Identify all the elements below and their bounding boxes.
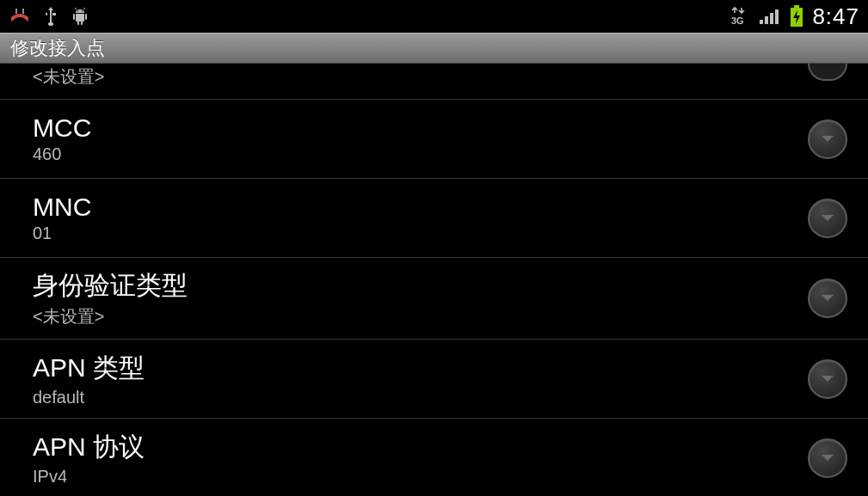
page-title: 修改接入点 [10, 35, 105, 61]
signal-icon [759, 7, 781, 26]
item-title: MNC [33, 193, 808, 222]
list-item-apn-type[interactable]: APN 类型 default [0, 340, 868, 419]
svg-rect-13 [765, 16, 768, 24]
svg-rect-9 [77, 21, 79, 25]
item-title: APN 协议 [33, 430, 808, 465]
item-title: MCC [33, 113, 808, 143]
item-text: APN 类型 default [33, 351, 808, 407]
item-title: 身份验证类型 [33, 268, 808, 303]
item-title: APN 类型 [33, 351, 808, 386]
svg-line-4 [75, 8, 77, 9]
battery-charging-icon [790, 5, 803, 28]
dropdown-icon[interactable] [808, 438, 847, 478]
svg-rect-12 [760, 20, 763, 24]
usb-icon [43, 5, 58, 28]
svg-rect-16 [794, 5, 799, 8]
dropdown-icon[interactable] [808, 199, 847, 238]
svg-text:3G: 3G [731, 15, 744, 26]
svg-point-2 [77, 10, 79, 12]
svg-rect-7 [73, 14, 75, 20]
svg-line-5 [83, 8, 85, 9]
status-right: 3G 8:47 [729, 3, 859, 30]
item-text: MNC 01 [33, 193, 808, 243]
svg-point-3 [82, 10, 83, 12]
dropdown-icon[interactable] [808, 359, 847, 399]
status-bar: 3G 8:47 [0, 0, 868, 33]
svg-rect-6 [76, 14, 84, 21]
svg-rect-15 [775, 9, 779, 24]
item-value: 01 [33, 224, 808, 243]
list-item-mnc[interactable]: MNC 01 [0, 179, 868, 258]
list-item-mcc[interactable]: MCC 460 [0, 100, 868, 179]
android-debug-icon [71, 7, 89, 26]
phone-hangup-icon [9, 7, 31, 26]
item-text: APN 协议 IPv4 [33, 430, 808, 487]
title-bar: 修改接入点 [0, 33, 868, 64]
list-item-auth-type[interactable]: 身份验证类型 <未设置> [0, 258, 868, 340]
item-text: MCC 460 [33, 113, 808, 164]
settings-list: <未设置> MCC 460 MNC 01 身份验证类型 <未设置> [0, 64, 868, 496]
list-item-apn-protocol[interactable]: APN 协议 IPv4 [0, 419, 868, 496]
network-3g-icon: 3G [729, 6, 750, 27]
dropdown-icon[interactable] [808, 279, 847, 318]
svg-rect-8 [85, 14, 87, 20]
item-value: <未设置> [33, 65, 808, 89]
status-clock: 8:47 [812, 3, 859, 30]
svg-rect-14 [770, 13, 773, 24]
svg-rect-10 [81, 21, 83, 25]
status-left [9, 5, 89, 28]
item-text: <未设置> [33, 64, 808, 89]
dropdown-icon[interactable] [808, 64, 847, 81]
item-value: default [33, 388, 808, 407]
item-value: IPv4 [33, 467, 808, 487]
item-text: 身份验证类型 <未设置> [33, 268, 808, 328]
item-value: 460 [33, 144, 808, 164]
item-value: <未设置> [33, 305, 808, 328]
list-item-previous[interactable]: <未设置> [0, 64, 868, 100]
dropdown-icon[interactable] [808, 119, 847, 159]
